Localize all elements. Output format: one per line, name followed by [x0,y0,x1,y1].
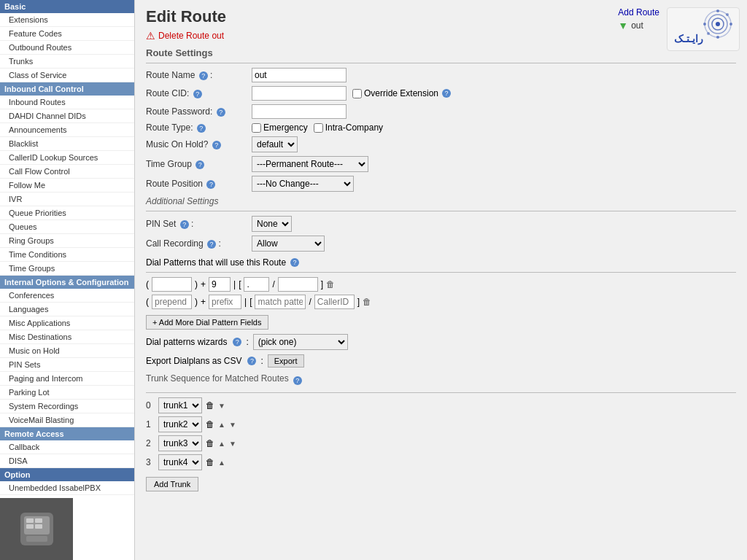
plus-sign-1: + [201,279,206,289]
sidebar-item-unembedded-issabelpbx[interactable]: Unembedded IssabelPBX [0,481,134,495]
trunk-delete-0[interactable]: 🗑 [206,400,214,411]
intra-company-checkbox[interactable] [314,123,323,133]
sidebar-item-queues[interactable]: Queues [0,220,134,234]
sidebar-item-paging-and-intercom[interactable]: Paging and Intercom [0,372,134,386]
sidebar-item-languages[interactable]: Languages [0,303,134,316]
sidebar-item-outbound-routes[interactable]: Outbound Routes [0,41,134,55]
match-input-1[interactable] [244,277,269,292]
trunk-delete-2[interactable]: 🗑 [206,438,214,448]
prepend-input-1[interactable] [152,277,192,292]
intra-company-label: Intra-Company [314,122,383,133]
export-button[interactable]: Export [268,354,304,368]
sidebar-item-pin-sets[interactable]: PIN Sets [0,358,134,372]
music-on-hold-select[interactable]: default [252,136,298,152]
pin-set-info[interactable]: ? [180,220,189,229]
sidebar-item-trunks[interactable]: Trunks [0,55,134,69]
sidebar-item-misc-destinations[interactable]: Misc Destinations [0,330,134,344]
sidebar-item-system-recordings[interactable]: System Recordings [0,400,134,413]
sidebar-item-music-on-hold[interactable]: Music on Hold [0,344,134,358]
route-position-info[interactable]: ? [206,180,215,189]
svg-point-3 [716,22,720,26]
emergency-checkbox[interactable] [252,123,261,133]
route-cid-info[interactable]: ? [193,90,202,98]
route-position-select[interactable]: ---No Change--- [252,176,354,192]
recording-info[interactable]: ? [207,240,216,249]
sidebar-item-follow-me[interactable]: Follow Me [0,179,134,192]
callerid-input-1[interactable] [278,277,318,292]
svg-text:راي‬ـتـک: راي‬ـتـک [674,33,703,45]
sidebar-item-queue-priorities[interactable]: Queue Priorities [0,206,134,220]
pin-set-select[interactable]: None [252,216,292,232]
trunk-select-3[interactable]: trunk4 [158,454,202,470]
sidebar-subheader-internal-options-configuration: Internal Options & Configuration [0,276,134,289]
override-extension-checkbox[interactable] [352,89,362,98]
override-info[interactable]: ? [442,89,451,98]
time-group-label: Time Group ? [146,159,252,169]
call-recording-select[interactable]: Allow [252,236,325,252]
music-info[interactable]: ? [212,141,221,149]
trunk-seq-info[interactable]: ? [293,376,302,385]
prefix-input-1[interactable] [209,277,231,292]
trunk-select-2[interactable]: trunk3 [158,435,202,451]
route-password-info[interactable]: ? [217,108,225,117]
sidebar-item-voicemail-blasting[interactable]: VoiceMail Blasting [0,413,134,427]
wizard-info[interactable]: ? [233,338,241,346]
sidebar-item-disa[interactable]: DISA [0,454,134,468]
wizard-select[interactable]: (pick one) [253,334,348,350]
bracket-close-1: ] [321,279,323,289]
trunk-arrow-1[interactable]: ▲ [218,421,225,429]
sidebar-item-callback[interactable]: Callback [0,440,134,454]
trunk-delete-3[interactable]: 🗑 [206,457,214,467]
sidebar-item-conferences[interactable]: Conferences [0,289,134,303]
trunk-arrow-0[interactable]: ▼ [218,402,225,410]
add-trunk-button[interactable]: Add Trunk [146,477,198,491]
sidebar-item-misc-applications[interactable]: Misc Applications [0,316,134,330]
route-password-input[interactable] [252,104,347,119]
callerid-input-2[interactable] [314,295,355,309]
route-arrow-icon: ▼ [618,20,628,31]
dial-patterns-section: Dial Patterns that will use this Route ?… [146,257,736,330]
trunk-delete-1[interactable]: 🗑 [206,419,214,429]
main-content: Add Route ▼ out راي‬ـتـک [135,0,747,560]
row-delete-1[interactable]: 🗑 [326,279,335,289]
time-group-select[interactable]: ---Permanent Route--- [252,156,368,172]
route-name-info[interactable]: ? [199,71,208,80]
trunk-arrow-2[interactable]: ▼ [229,440,236,448]
svg-rect-17 [26,536,47,542]
trunk-arrow-1[interactable]: ▼ [229,421,236,429]
sidebar-item-announcements[interactable]: Announcements [0,123,134,137]
row-delete-2[interactable]: 🗑 [363,297,371,307]
match-input-2[interactable] [255,295,306,309]
sidebar-item-callerid-lookup-sources[interactable]: CallerID Lookup Sources [0,151,134,165]
trunk-arrow-3[interactable]: ▲ [218,459,225,467]
sidebar-item-class-of-service[interactable]: Class of Service [0,69,134,82]
sidebar-item-time-conditions[interactable]: Time Conditions [0,248,134,262]
sidebar-item-inbound-routes[interactable]: Inbound Routes [0,96,134,109]
route-name-input[interactable] [252,68,347,82]
add-route-link[interactable]: Add Route [618,7,659,18]
dial-patterns-info[interactable]: ? [290,258,299,267]
sidebar-item-call-flow-control[interactable]: Call Flow Control [0,165,134,179]
sidebar-item-time-groups[interactable]: Time Groups [0,262,134,276]
prefix-input-2[interactable] [209,295,241,309]
sidebar-item-ring-groups[interactable]: Ring Groups [0,234,134,248]
svg-point-4 [729,23,732,26]
time-group-info[interactable]: ? [196,160,204,169]
trunk-select-0[interactable]: trunk1 [158,397,202,413]
sidebar-item-dahdi-channel-dids[interactable]: DAHDI Channel DIDs [0,109,134,123]
sidebar-item-ivr[interactable]: IVR [0,192,134,206]
sidebar-item-feature-codes[interactable]: Feature Codes [0,27,134,41]
route-cid-label: Route CID: ? [146,88,252,98]
sidebar-item-parking-lot[interactable]: Parking Lot [0,386,134,400]
add-dial-pattern-button[interactable]: + Add More Dial Pattern Fields [146,315,268,330]
sidebar-item-extensions[interactable]: Extensions [0,13,134,27]
trunk-select-1[interactable]: trunk2 [158,416,202,432]
export-info[interactable]: ? [247,357,256,365]
route-password-row: Route Password: ? [146,104,736,119]
route-type-info[interactable]: ? [197,124,206,133]
prepend-input-2[interactable] [152,295,192,309]
sidebar-item-blacklist[interactable]: Blacklist [0,137,134,151]
export-label: Export Dialplans as CSV [146,356,241,366]
trunk-arrow-2[interactable]: ▲ [218,440,225,448]
route-cid-input[interactable] [252,86,347,101]
